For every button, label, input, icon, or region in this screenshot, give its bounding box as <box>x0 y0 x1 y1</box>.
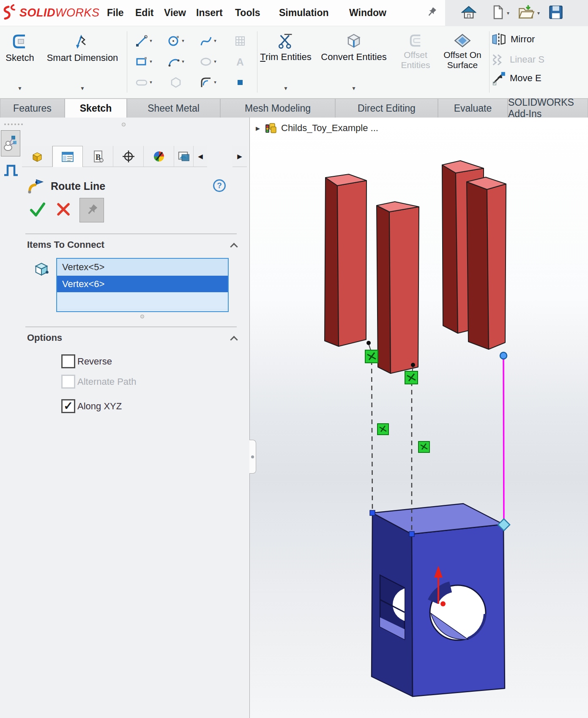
reverse-checkbox-box[interactable] <box>61 354 75 368</box>
ok-button[interactable] <box>28 200 47 221</box>
relation-marker-4[interactable] <box>418 441 429 452</box>
endpoint-square-1[interactable] <box>370 510 375 515</box>
tab-mesh-modeling[interactable]: Mesh Modeling <box>220 99 335 118</box>
panel-collapse-handle[interactable] <box>122 123 126 126</box>
smart-dimension-button[interactable]: Smart Dimension ▼ <box>39 28 126 96</box>
display-pane-button[interactable] <box>1 130 20 156</box>
list-item-vertex-5[interactable]: Vertex<5> <box>57 259 228 276</box>
line-tool[interactable]: ▾ <box>128 30 160 51</box>
tab-pane-extra[interactable] <box>174 146 194 167</box>
collapse-chevron-icon[interactable] <box>230 336 238 343</box>
items-to-connect-header[interactable]: Items To Connect <box>27 239 237 250</box>
panel-splitter-handle[interactable] <box>249 440 256 474</box>
new-document-button[interactable] <box>491 5 504 22</box>
fillet-tool[interactable]: ▾ <box>192 72 224 93</box>
panel-grip-dots[interactable] <box>4 123 6 125</box>
tab-displaymanager[interactable] <box>144 146 174 167</box>
red-column-2[interactable] <box>377 202 419 373</box>
offset-on-surface-button[interactable]: Offset On Surface <box>437 28 488 96</box>
spline-tool[interactable]: ▾ <box>192 30 224 51</box>
pin-button[interactable] <box>79 198 104 222</box>
sketch-button[interactable]: Sketch ▼ <box>2 28 38 96</box>
convert-entities-dropdown-icon[interactable]: ▼ <box>351 85 356 91</box>
tab-propertymanager[interactable] <box>52 146 83 167</box>
panel-tabs-scroll-left[interactable]: ◀ <box>194 146 207 167</box>
slot-dropdown-icon[interactable]: ▾ <box>150 79 152 85</box>
sketch-dropdown-icon[interactable]: ▼ <box>17 85 22 91</box>
relation-marker-1[interactable] <box>365 350 378 363</box>
circle-dropdown-icon[interactable]: ▾ <box>182 38 184 44</box>
sketch-contour-icon[interactable] <box>3 161 19 178</box>
property-manager-panel: B <box>0 118 249 718</box>
list-item-vertex-6[interactable]: Vertex<6> <box>57 276 228 293</box>
tab-featuremanager-tree[interactable] <box>22 146 52 167</box>
listbox-resize-grip[interactable] <box>140 315 144 318</box>
convert-entities-button[interactable]: Convert Entities ▼ <box>314 28 394 96</box>
graphics-area[interactable]: ▶ Childs_Toy_Example ... <box>249 118 588 718</box>
menu-simulation[interactable]: Simulation <box>279 7 329 19</box>
tab-sketch[interactable]: Sketch <box>65 99 127 118</box>
help-icon[interactable]: ? <box>213 179 226 192</box>
relation-marker-2[interactable] <box>405 371 418 384</box>
arc-dropdown-icon[interactable]: ▾ <box>182 59 184 64</box>
slot-tool[interactable]: ▾ <box>128 72 160 93</box>
open-document-dropdown-icon[interactable]: ▾ <box>537 10 540 16</box>
fillet-dropdown-icon[interactable]: ▾ <box>214 79 216 85</box>
text-tool[interactable]: A <box>224 51 256 72</box>
along-xyz-checkbox-box[interactable] <box>61 399 75 413</box>
selected-route-line[interactable] <box>503 359 504 523</box>
items-to-connect-listbox[interactable]: Vertex<5> Vertex<6> <box>56 258 229 312</box>
reverse-checkbox[interactable]: Reverse <box>61 354 112 368</box>
mirror-entities-button[interactable]: Mirror <box>491 32 588 47</box>
tab-features[interactable]: Features <box>0 99 65 118</box>
red-column-1[interactable] <box>325 174 366 346</box>
new-document-dropdown-icon[interactable]: ▾ <box>507 10 509 16</box>
collapse-chevron-icon[interactable] <box>230 243 238 250</box>
tab-configurationmanager[interactable]: B <box>83 146 113 167</box>
polygon-tool[interactable] <box>160 72 192 93</box>
circle-tool[interactable]: ▾ <box>160 30 192 51</box>
menu-view[interactable]: View <box>164 7 186 19</box>
menu-edit[interactable]: Edit <box>135 7 153 19</box>
tab-dimxpertmanager[interactable] <box>113 146 144 167</box>
vertex-dot-2[interactable] <box>411 363 415 367</box>
tab-sheet-metal[interactable]: Sheet Metal <box>127 99 220 118</box>
save-button[interactable] <box>548 5 563 22</box>
relation-marker-3[interactable] <box>377 424 388 435</box>
move-entities-button[interactable]: Move E <box>491 71 588 85</box>
cancel-button[interactable] <box>56 202 71 219</box>
line-dropdown-icon[interactable]: ▾ <box>150 38 152 44</box>
smart-dimension-dropdown-icon[interactable]: ▼ <box>80 85 85 91</box>
menu-insert[interactable]: Insert <box>196 7 223 19</box>
red-column-4[interactable] <box>467 177 506 349</box>
vertex-dot-1[interactable] <box>366 341 371 345</box>
open-document-button[interactable] <box>518 5 535 22</box>
spline-dropdown-icon[interactable]: ▾ <box>214 38 216 44</box>
along-xyz-checkbox[interactable]: Along XYZ <box>61 399 122 413</box>
ellipse-dropdown-icon[interactable]: ▾ <box>214 59 216 64</box>
ellipse-tool[interactable]: ▾ <box>192 51 224 72</box>
tree-expand-icon[interactable]: ▶ <box>256 125 260 132</box>
sketch-grid-tool[interactable] <box>224 30 256 51</box>
home-button[interactable] <box>461 5 476 21</box>
endpoint-square-2[interactable] <box>409 532 414 537</box>
point-tool[interactable] <box>224 72 256 93</box>
trim-entities-dropdown-icon[interactable]: ▼ <box>283 85 288 91</box>
tree-item-label[interactable]: Childs_Toy_Example ... <box>281 123 378 134</box>
feature-tree-root[interactable]: ▶ Childs_Toy_Example ... <box>256 122 378 134</box>
model-scene[interactable] <box>250 118 588 718</box>
menu-tools[interactable]: Tools <box>235 7 260 19</box>
panel-tabs-scroll-right[interactable]: ▶ <box>232 146 247 167</box>
options-header[interactable]: Options <box>27 332 237 343</box>
arc-tool[interactable]: ▾ <box>160 51 192 72</box>
pin-menu-icon[interactable] <box>426 7 437 20</box>
route-start-point[interactable] <box>500 352 507 359</box>
rectangle-dropdown-icon[interactable]: ▾ <box>150 59 152 64</box>
tab-evaluate[interactable]: Evaluate <box>438 99 508 118</box>
menu-window[interactable]: Window <box>349 7 386 19</box>
tab-solidworks-add-ins[interactable]: SOLIDWORKS Add-Ins <box>508 99 588 118</box>
tab-direct-editing[interactable]: Direct Editing <box>335 99 438 118</box>
rectangle-tool[interactable]: ▾ <box>128 51 160 72</box>
menu-file[interactable]: File <box>107 7 124 19</box>
trim-entities-button[interactable]: Trim Entities ▼ <box>260 28 312 96</box>
